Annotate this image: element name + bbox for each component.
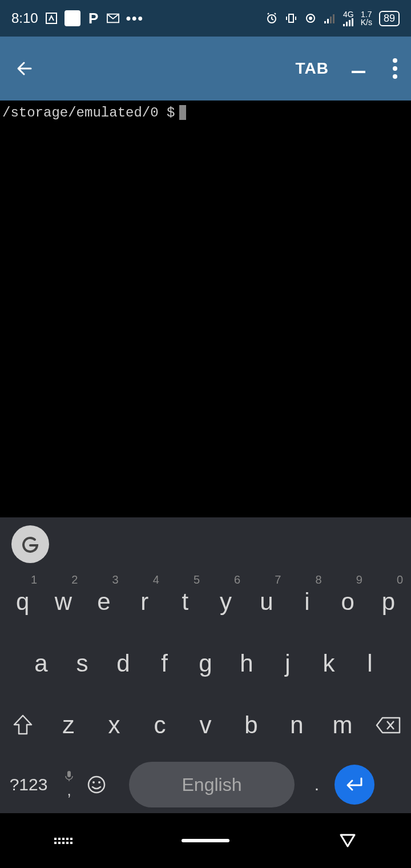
key-z[interactable]: z: [46, 712, 91, 739]
svg-point-17: [98, 781, 100, 783]
key-i[interactable]: 8i: [287, 571, 327, 633]
key-g[interactable]: g: [185, 633, 226, 694]
alarm-icon: [265, 12, 278, 25]
status-right: 4G 1.7 K/s 89: [265, 10, 400, 26]
app-bar: TAB: [0, 37, 411, 101]
svg-point-4: [309, 17, 312, 20]
key-c[interactable]: c: [137, 712, 183, 739]
navigation-bar: [0, 813, 411, 868]
key-p[interactable]: 0p: [368, 571, 409, 633]
key-e[interactable]: 3e: [83, 571, 124, 633]
notification-icon: [45, 12, 58, 25]
keyboard: 1q2w3e4r5t6y7u8i9o0p asdfghjkl zxcvbnm ?…: [0, 517, 411, 813]
terminal-prompt: /storage/emulated/0 $: [2, 105, 175, 120]
key-v[interactable]: v: [183, 712, 228, 739]
backspace-key[interactable]: [365, 694, 411, 756]
more-notifications-icon: •••: [126, 10, 144, 26]
svg-rect-12: [349, 20, 350, 26]
svg-rect-6: [324, 21, 326, 23]
svg-rect-7: [327, 19, 329, 23]
symbols-key[interactable]: ?123: [6, 775, 51, 794]
battery-level: 89: [379, 11, 400, 26]
svg-rect-9: [333, 14, 335, 23]
key-n[interactable]: n: [274, 712, 320, 739]
key-m[interactable]: m: [320, 712, 365, 739]
space-key[interactable]: English: [129, 762, 295, 807]
p-icon: P: [87, 12, 100, 25]
key-w[interactable]: 2w: [43, 571, 83, 633]
key-b[interactable]: b: [228, 712, 274, 739]
key-k[interactable]: k: [308, 633, 349, 694]
svg-rect-11: [346, 22, 348, 26]
svg-point-16: [92, 781, 95, 783]
key-r[interactable]: 4r: [124, 571, 165, 633]
gmail-icon: [107, 12, 119, 25]
status-left: 8:10 P •••: [11, 10, 144, 26]
back-button[interactable]: [14, 57, 37, 80]
minimize-button[interactable]: [352, 71, 365, 73]
keyboard-suggestion-bar: [0, 517, 411, 571]
key-y[interactable]: 6y: [206, 571, 246, 633]
home-gesture-pill[interactable]: [182, 839, 229, 842]
overflow-menu-icon[interactable]: [393, 58, 397, 79]
keyboard-switch-icon[interactable]: [54, 838, 72, 844]
svg-rect-0: [46, 13, 57, 23]
emoji-key[interactable]: [87, 775, 121, 794]
hotspot-icon: [304, 12, 317, 25]
svg-rect-10: [343, 24, 345, 26]
network-type: 4G: [343, 10, 354, 26]
key-s[interactable]: s: [62, 633, 103, 694]
key-a[interactable]: a: [21, 633, 62, 694]
mic-comma-key[interactable]: ,: [55, 770, 83, 799]
key-x[interactable]: x: [91, 712, 137, 739]
key-f[interactable]: f: [144, 633, 185, 694]
svg-rect-13: [352, 18, 353, 26]
key-t[interactable]: 5t: [165, 571, 206, 633]
keyboard-row-4: ?123 , English .: [0, 756, 411, 813]
terminal-cursor: [179, 105, 186, 120]
keyboard-row-1: 1q2w3e4r5t6y7u8i9o0p: [0, 571, 411, 633]
key-j[interactable]: j: [267, 633, 308, 694]
network-speed: 1.7 K/s: [361, 10, 372, 26]
terminal-area[interactable]: /storage/emulated/0 $: [0, 101, 411, 517]
enter-key[interactable]: [335, 765, 374, 805]
key-h[interactable]: h: [226, 633, 267, 694]
tab-button[interactable]: TAB: [296, 59, 329, 78]
google-icon[interactable]: [11, 525, 49, 563]
svg-rect-14: [67, 771, 71, 777]
svg-point-15: [88, 777, 104, 793]
key-o[interactable]: 9o: [328, 571, 368, 633]
status-bar: 8:10 P ••• 4G 1.7 K/s 89: [0, 0, 411, 37]
keyboard-row-3: zxcvbnm: [0, 694, 411, 756]
shift-key[interactable]: [0, 694, 46, 756]
vibrate-icon: [285, 12, 297, 25]
keyboard-row-2: asdfghjkl: [0, 633, 411, 694]
back-nav-icon[interactable]: [339, 831, 357, 850]
key-l[interactable]: l: [349, 633, 390, 694]
key-d[interactable]: d: [103, 633, 144, 694]
key-u[interactable]: 7u: [246, 571, 287, 633]
key-q[interactable]: 1q: [2, 571, 43, 633]
period-key[interactable]: .: [303, 775, 331, 794]
clock: 8:10: [11, 10, 38, 26]
svg-rect-8: [330, 17, 332, 23]
app-notification-icon: [65, 10, 80, 26]
svg-rect-3: [289, 14, 293, 22]
signal-icon: [324, 12, 336, 25]
